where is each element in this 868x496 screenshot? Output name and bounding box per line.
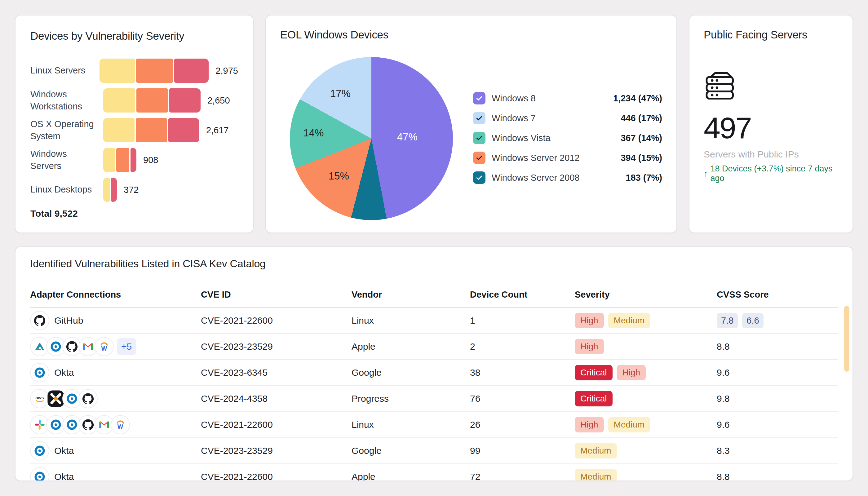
workday-icon: W [111, 415, 130, 434]
table-row[interactable]: OktaCVE-2023-23529Google99Medium8.3 [30, 438, 838, 464]
severity-badge: High [575, 339, 604, 354]
devices-by-severity-card: Devices by Vulnerability Severity Linux … [15, 15, 253, 233]
severity-badge: Medium [575, 469, 617, 481]
bar-segment [116, 148, 129, 172]
bar-segment [169, 88, 201, 112]
legend-value: 394 (15%) [621, 153, 662, 163]
more-adapters-badge[interactable]: +5 [117, 338, 136, 355]
severity-bar-chart: Linux Servers2,975Windows Workstations2,… [30, 56, 238, 205]
legend-row: Windows Server 2012394 (15%) [473, 152, 662, 164]
table-row[interactable]: awsCVE-2024-4358Progress76Critical9.8 [30, 386, 838, 412]
cve-id-cell: CVE-2023-23529 [201, 446, 352, 456]
table-scrollbar-thumb[interactable] [844, 306, 849, 372]
legend-row: Windows Vista367 (14%) [473, 132, 662, 144]
legend-row: Windows 7446 (17%) [473, 112, 662, 124]
legend-label: Windows 8 [492, 93, 536, 104]
severity-cell: Medium [575, 469, 717, 481]
severity-total-label: Total [30, 208, 52, 219]
bar-group: 372 [103, 177, 139, 202]
eol-pie-chart: 47%15%14%17% [290, 57, 453, 220]
bar-segment [103, 177, 110, 202]
table-row[interactable]: OktaCVE-2023-6345Google38CriticalHigh9.6 [30, 360, 838, 386]
bar-row-label: Windows Servers [30, 148, 103, 172]
severity-badge: Critical [575, 365, 613, 381]
cve-id-cell: CVE-2024-4358 [201, 393, 352, 404]
legend-row: Windows Server 2008183 (7%) [473, 171, 662, 184]
table-row[interactable]: WCVE-2021-22600Linux26HighMedium9.6 [30, 412, 838, 438]
severity-cell: HighMedium [575, 417, 717, 432]
table-row[interactable]: OktaCVE-2021-22600Apple72Medium8.8 [30, 464, 838, 481]
device-count-cell: 76 [470, 393, 575, 404]
vendor-cell: Apple [352, 341, 470, 352]
legend-checkbox-icon[interactable] [473, 171, 485, 184]
bar-row: Linux Desktops372 [30, 175, 238, 205]
svg-text:W: W [118, 423, 123, 430]
device-count-cell: 26 [470, 419, 575, 430]
svg-text:W: W [102, 345, 107, 352]
severity-total-value: 9,522 [55, 208, 78, 219]
public-servers-subtitle: Servers with Public IPs [704, 149, 838, 160]
severity-cell: Critical [575, 391, 717, 406]
table-row[interactable]: GitHubCVE-2021-22600Linux1HighMedium7.86… [30, 308, 838, 334]
cvss-value: 9.6 [717, 367, 730, 378]
table-row[interactable]: W+5CVE-2023-23529Apple2High8.8 [30, 334, 838, 360]
device-count-cell: 72 [470, 471, 575, 481]
severity-badge: Medium [608, 313, 650, 328]
cvss-score-cell: 7.86.6 [717, 313, 838, 328]
bar-row-label: Linux Servers [30, 64, 99, 77]
github-icon [78, 389, 98, 408]
bar-row: Windows Servers908 [30, 145, 238, 175]
bar-row-label: Windows Workstations [30, 88, 103, 112]
legend-row: Windows 81,234 (47%) [473, 92, 662, 105]
public-servers-count: 497 [704, 113, 838, 143]
public-card-title: Public Facing Servers [704, 29, 838, 41]
okta-icon [30, 467, 49, 481]
adapter-connections-cell: W [30, 415, 201, 434]
legend-checkbox-icon[interactable] [473, 92, 485, 105]
pie-slice-label: 47% [397, 131, 418, 143]
cvss-value: 9.6 [717, 419, 730, 430]
cvss-score-cell: 8.3 [717, 446, 838, 456]
cve-id-cell: CVE-2023-6345 [201, 367, 352, 378]
bar-segment [130, 148, 136, 172]
cve-id-cell: CVE-2023-23529 [201, 341, 352, 352]
cvss-score-cell: 9.6 [717, 367, 838, 378]
legend-checkbox-icon[interactable] [473, 152, 485, 164]
vendor-cell: Apple [352, 471, 470, 481]
legend-value: 446 (17%) [621, 113, 662, 123]
vendor-cell: Linux [352, 315, 470, 326]
column-header: Device Count [470, 290, 575, 300]
public-servers-trend: ↑ 18 Devices (+3.7%) since 7 days ago [704, 164, 838, 183]
cve-id-cell: CVE-2021-22600 [201, 419, 352, 430]
bar-segment [99, 59, 135, 83]
cve-id-cell: CVE-2021-22600 [201, 471, 352, 481]
device-count-cell: 38 [470, 367, 575, 378]
bar-segment [168, 118, 199, 142]
dashboard-top-row: Devices by Vulnerability Severity Linux … [0, 0, 868, 233]
adapter-name: GitHub [54, 315, 83, 326]
cve-id-cell: CVE-2021-22600 [201, 315, 352, 326]
table-body: GitHubCVE-2021-22600Linux1HighMedium7.86… [30, 308, 838, 481]
bar-group: 2,650 [103, 88, 230, 112]
bar-row-label: Linux Desktops [30, 184, 103, 196]
stacked-bar [103, 118, 199, 142]
workday-icon: W [95, 337, 114, 356]
severity-badge: High [575, 417, 604, 432]
device-count-cell: 99 [470, 446, 575, 456]
bar-row: OS X Operating System2,617 [30, 115, 238, 145]
severity-cell: Medium [575, 443, 717, 459]
legend-checkbox-icon[interactable] [473, 132, 485, 144]
bar-group: 2,617 [103, 118, 229, 142]
bar-segment [111, 177, 117, 202]
public-facing-servers-card: Public Facing Servers 497 Servers with P… [689, 15, 853, 233]
legend-checkbox-icon[interactable] [473, 112, 485, 124]
bar-segment [103, 148, 115, 172]
cvss-value: 9.8 [717, 393, 730, 404]
bar-segment [103, 88, 135, 112]
legend-value: 1,234 (47%) [613, 93, 662, 104]
legend-value: 183 (7%) [625, 173, 662, 183]
vendor-cell: Google [352, 367, 470, 378]
github-icon [30, 311, 49, 330]
cvss-score-cell: 9.8 [717, 393, 838, 404]
bar-value: 372 [124, 185, 139, 195]
